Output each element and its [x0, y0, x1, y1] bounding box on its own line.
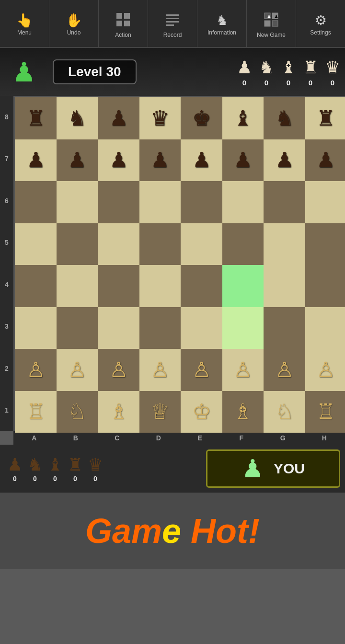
cell-b4[interactable]	[57, 265, 98, 307]
cell-f4[interactable]	[222, 265, 264, 307]
cell-e1[interactable]: ♔	[181, 391, 222, 433]
cell-a4[interactable]	[15, 265, 57, 307]
menu-button[interactable]: 👆 Menu	[0, 0, 49, 47]
svg-rect-10	[264, 21, 270, 26]
pawn-count: 0	[242, 79, 246, 87]
cell-g5[interactable]	[264, 223, 305, 265]
svg-text:♟: ♟	[267, 14, 271, 19]
cell-d6[interactable]	[139, 181, 181, 223]
cell-c8[interactable]: ♟	[98, 97, 139, 139]
cell-h2[interactable]: ♙	[305, 349, 345, 391]
svg-rect-2	[116, 21, 122, 26]
cell-b7[interactable]: ♟	[57, 139, 98, 182]
information-button[interactable]: ♞ Information	[197, 0, 247, 47]
cell-h8[interactable]: ♜	[305, 97, 345, 139]
captured-knight: ♞ 0	[259, 58, 274, 87]
cell-g6[interactable]	[264, 181, 305, 223]
cell-d2[interactable]: ♙	[139, 349, 181, 391]
cell-e5[interactable]	[181, 223, 222, 265]
cell-f5[interactable]	[222, 223, 264, 265]
new-game-button[interactable]: ♟ ♟ New Game	[247, 0, 296, 47]
cell-b8[interactable]: ♞	[57, 97, 98, 139]
record-button[interactable]: Record	[148, 0, 197, 47]
cell-f1[interactable]: ♗	[222, 391, 264, 433]
cell-f7[interactable]: ♟	[222, 139, 264, 182]
cell-e7[interactable]: ♟	[181, 139, 222, 182]
col-label-h: H	[304, 431, 345, 445]
cell-a2[interactable]: ♙	[15, 349, 57, 391]
queen-count: 0	[331, 79, 334, 87]
new-game-label: New Game	[257, 32, 286, 38]
cell-d7[interactable]: ♟	[139, 139, 181, 182]
cell-g4[interactable]	[264, 265, 305, 307]
bottom-panel: ♟ 0 ♞ 0 ♝ 0 ♜ 0 ♛ 0 ♟ YOU	[0, 445, 345, 493]
cell-f8[interactable]: ♝	[222, 97, 264, 139]
cell-h7[interactable]: ♟	[305, 139, 345, 182]
cell-d1[interactable]: ♕	[139, 391, 181, 433]
row-label-1: 1	[2, 390, 12, 432]
undo-label: Undo	[67, 29, 81, 36]
cell-g8[interactable]: ♞	[264, 97, 305, 139]
cell-e4[interactable]	[181, 265, 222, 307]
settings-button[interactable]: ⚙ Settings	[296, 0, 345, 47]
menu-icon: 👆	[16, 14, 33, 27]
enemy-captured-knight: ♞ 0	[27, 455, 43, 483]
cell-b2[interactable]: ♙	[57, 349, 98, 391]
chess-board[interactable]: ♜ ♞ ♟ ♛ ♚ ♝ ♞ ♜ ♟ ♟ ♟ ♟ ♟ ♟ ♟ ♟	[13, 96, 345, 431]
undo-button[interactable]: ✋ Undo	[49, 0, 99, 47]
cell-g7[interactable]: ♟	[264, 139, 305, 182]
cell-b6[interactable]	[57, 181, 98, 223]
cell-h1[interactable]: ♖	[305, 391, 345, 433]
cell-h4[interactable]	[305, 265, 345, 307]
cell-f2[interactable]: ♙	[222, 349, 264, 391]
cell-g3[interactable]	[264, 307, 305, 349]
cell-c6[interactable]	[98, 181, 139, 223]
cell-a7[interactable]: ♟	[15, 139, 57, 182]
cell-c4[interactable]	[98, 265, 139, 307]
cell-e3[interactable]	[181, 307, 222, 349]
enemy-queen-icon: ♛	[88, 455, 103, 475]
cell-d3[interactable]	[139, 307, 181, 349]
cell-c1[interactable]: ♗	[98, 391, 139, 433]
enemy-captured-queen: ♛ 0	[88, 455, 103, 483]
col-label-d: D	[138, 431, 180, 445]
cell-a6[interactable]	[15, 181, 57, 223]
cell-h5[interactable]	[305, 223, 345, 265]
cell-h3[interactable]	[305, 307, 345, 349]
action-button[interactable]: Action	[99, 0, 148, 47]
cell-c2[interactable]: ♙	[98, 349, 139, 391]
svg-rect-4	[166, 14, 179, 16]
cell-d8[interactable]: ♛	[139, 97, 181, 139]
new-game-icon: ♟ ♟	[264, 12, 279, 30]
cell-b1[interactable]: ♘	[57, 391, 98, 433]
cell-f6[interactable]	[222, 181, 264, 223]
cell-c5[interactable]	[98, 223, 139, 265]
cell-b3[interactable]	[57, 307, 98, 349]
cell-e2[interactable]: ♙	[181, 349, 222, 391]
cell-b5[interactable]	[57, 223, 98, 265]
row-label-4: 4	[2, 264, 12, 306]
cell-a5[interactable]	[15, 223, 57, 265]
captured-pieces-panel: ♟ 0 ♞ 0 ♝ 0 ♜ 0 ♛ 0	[237, 58, 340, 87]
cell-a8[interactable]: ♜	[15, 97, 57, 139]
action-icon	[115, 12, 131, 30]
knight-count: 0	[264, 79, 268, 87]
row-labels: 8 7 6 5 4 3 2 1	[0, 96, 13, 431]
cell-d4[interactable]	[139, 265, 181, 307]
cell-c3[interactable]	[98, 307, 139, 349]
cell-a1[interactable]: ♖	[15, 391, 57, 433]
player-piece-icon: ♟	[5, 53, 43, 91]
cell-e8[interactable]: ♚	[181, 97, 222, 139]
cell-c7[interactable]: ♟	[98, 139, 139, 182]
undo-icon: ✋	[66, 14, 82, 27]
cell-d5[interactable]	[139, 223, 181, 265]
settings-label: Settings	[310, 29, 331, 36]
cell-g1[interactable]: ♘	[264, 391, 305, 433]
row-label-6: 6	[2, 180, 12, 222]
enemy-pawn-count: 0	[13, 475, 17, 483]
cell-g2[interactable]: ♙	[264, 349, 305, 391]
cell-a3[interactable]	[15, 307, 57, 349]
cell-e6[interactable]	[181, 181, 222, 223]
cell-h6[interactable]	[305, 181, 345, 223]
cell-f3[interactable]	[222, 307, 264, 349]
